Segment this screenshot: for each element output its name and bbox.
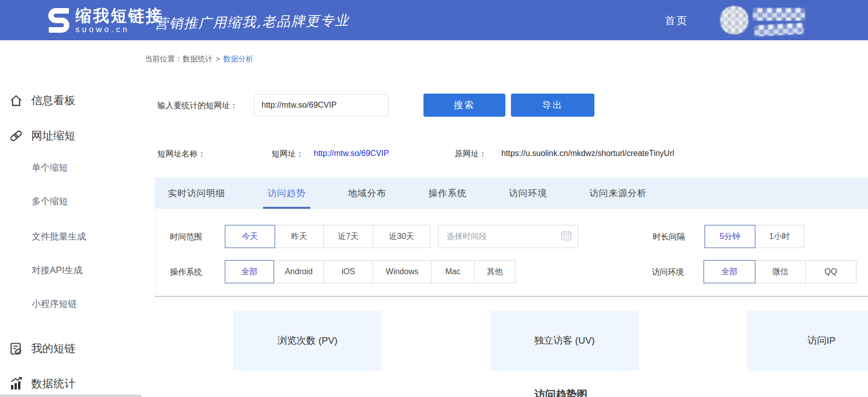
stat-card-uv[interactable]: 独立访客 (UV) bbox=[490, 310, 639, 371]
nav-home-link[interactable]: 首页 bbox=[665, 14, 688, 28]
environment-group: 全部 微信 QQ bbox=[704, 260, 856, 283]
os-option-other[interactable]: 其他 bbox=[474, 260, 515, 283]
search-button[interactable]: 搜索 bbox=[423, 94, 505, 117]
breadcrumb-section[interactable]: 数据统计 bbox=[183, 54, 213, 63]
sidebar-item-label: 数据统计 bbox=[31, 376, 75, 391]
interval-option-1hour[interactable]: 1小时 bbox=[755, 225, 804, 248]
os-option-all[interactable]: 全部 bbox=[225, 260, 274, 283]
search-label: 输入要统计的短网址： bbox=[157, 101, 238, 111]
breadcrumb-separator: > bbox=[216, 54, 220, 63]
interval-group: 5分钟 1小时 bbox=[705, 225, 804, 248]
breadcrumb: 当前位置：数据统计>数据分析 bbox=[145, 54, 253, 64]
date-range-placeholder: 选择时间段 bbox=[447, 231, 561, 242]
os-option-windows[interactable]: Windows bbox=[373, 260, 431, 283]
time-range-group: 今天 昨天 近7天 近30天 bbox=[225, 225, 430, 248]
link-icon bbox=[9, 129, 23, 143]
stat-card-label: 访问IP bbox=[808, 334, 836, 347]
env-option-qq[interactable]: QQ bbox=[805, 260, 856, 283]
export-button[interactable]: 导出 bbox=[511, 94, 594, 117]
sidebar-item-label: 我的短链 bbox=[31, 341, 75, 356]
username-blur-line1[interactable] bbox=[753, 8, 805, 21]
os-option-mac[interactable]: Mac bbox=[431, 260, 475, 283]
interval-option-5min[interactable]: 5分钟 bbox=[705, 225, 755, 248]
env-option-all[interactable]: 全部 bbox=[704, 260, 755, 283]
stat-card-label: 浏览次数 (PV) bbox=[278, 334, 337, 347]
analysis-tabbar: 实时访问明细 访问趋势 地域分布 操作系统 访问环境 访问来源分析 bbox=[155, 178, 868, 209]
environment-label: 访问环境 bbox=[652, 267, 684, 278]
short-url-input[interactable] bbox=[254, 94, 389, 116]
os-option-android[interactable]: Android bbox=[274, 260, 324, 283]
sidebar-item-label: 信息看板 bbox=[31, 93, 75, 108]
breadcrumb-current[interactable]: 数据分析 bbox=[223, 54, 253, 63]
sidebar-subitem-label: 多个缩短 bbox=[32, 195, 68, 207]
stat-card-ip[interactable]: 访问IP bbox=[747, 310, 868, 371]
stat-card-pv[interactable]: 浏览次数 (PV) bbox=[233, 310, 382, 371]
bar-chart-icon bbox=[9, 377, 23, 391]
sidebar-bottom-strip bbox=[0, 394, 141, 397]
calendar-icon bbox=[561, 230, 572, 243]
tab-visit-trend[interactable]: 访问趋势 bbox=[268, 178, 306, 209]
short-url-label: 短网址： bbox=[272, 149, 304, 160]
sidebar-item-label: 网址缩短 bbox=[31, 128, 75, 143]
app-root: 缩我短链接 suowo.cn · 营销推广用缩我,老品牌更专业 首页 信息看板 bbox=[0, 0, 868, 397]
original-url-label: 原网址： bbox=[455, 149, 487, 160]
username-blur-line2 bbox=[754, 23, 804, 36]
os-option-ios[interactable]: iOS bbox=[323, 260, 373, 283]
os-filter-label: 操作系统 bbox=[170, 267, 202, 278]
original-url-value: https://u.suolink.cn/mkdwz/shorturl/crea… bbox=[501, 149, 674, 158]
date-range-picker[interactable]: 选择时间段 bbox=[438, 225, 578, 248]
os-group: 全部 Android iOS Windows Mac 其他 bbox=[225, 260, 515, 283]
avatar[interactable] bbox=[720, 6, 748, 34]
tab-region-distribution[interactable]: 地域分布 bbox=[348, 178, 386, 209]
time-option-7days[interactable]: 近7天 bbox=[323, 225, 373, 248]
env-option-wechat[interactable]: 微信 bbox=[755, 260, 806, 283]
panel-left-border bbox=[155, 209, 155, 297]
document-icon bbox=[9, 342, 23, 356]
time-range-label: 时间范围 bbox=[170, 232, 202, 243]
top-header: 缩我短链接 suowo.cn · 营销推广用缩我,老品牌更专业 首页 bbox=[0, 0, 868, 40]
sidebar-subitem-label: 文件批量生成 bbox=[32, 230, 86, 243]
brand-logo-icon bbox=[47, 7, 70, 35]
tab-visit-environment[interactable]: 访问环境 bbox=[509, 178, 547, 209]
sidebar-subitem-label: 单个缩短 bbox=[32, 162, 68, 174]
interval-label: 时长间隔 bbox=[653, 232, 685, 243]
section-divider bbox=[155, 296, 868, 297]
stat-card-label: 独立访客 (UV) bbox=[534, 334, 594, 347]
short-url-name-label: 短网址名称： bbox=[157, 149, 206, 160]
tab-realtime-detail[interactable]: 实时访问明细 bbox=[168, 178, 225, 209]
sidebar-subitem-label: 对接API生成 bbox=[32, 264, 82, 276]
short-url-value-link[interactable]: http://mtw.so/69CVIP bbox=[314, 149, 389, 158]
tab-operating-system[interactable]: 操作系统 bbox=[428, 178, 467, 209]
time-option-30days[interactable]: 近30天 bbox=[373, 225, 430, 248]
brand-slogan: · 营销推广用缩我,老品牌更专业 bbox=[144, 11, 350, 33]
time-option-today[interactable]: 今天 bbox=[225, 225, 275, 248]
visit-trend-chart-title: 访问趋势图 bbox=[535, 387, 587, 397]
sidebar-subitem-label: 小程序短链 bbox=[32, 298, 77, 310]
tab-visit-source[interactable]: 访问来源分析 bbox=[589, 178, 647, 209]
time-option-yesterday[interactable]: 昨天 bbox=[275, 225, 324, 248]
breadcrumb-prefix: 当前位置： bbox=[145, 54, 183, 63]
home-icon bbox=[9, 94, 23, 108]
